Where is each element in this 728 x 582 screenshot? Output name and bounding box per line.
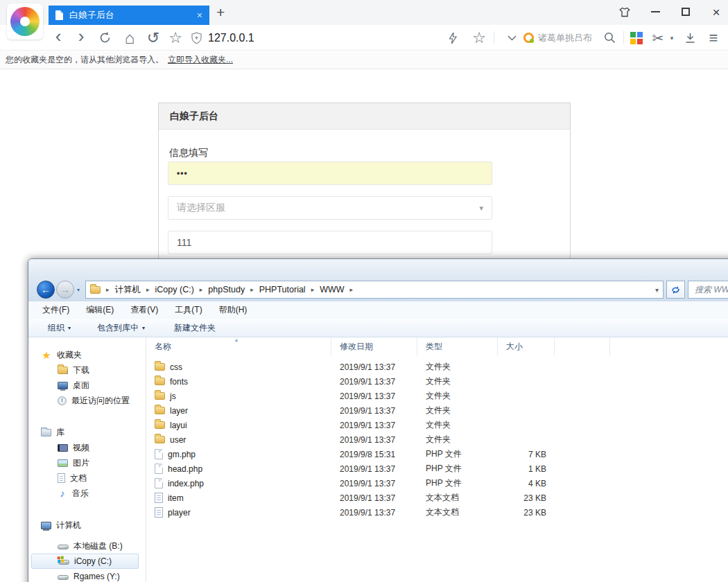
browser-logo[interactable]	[7, 3, 43, 39]
sidebar-item-music[interactable]: ♪ 音乐	[28, 486, 146, 501]
screenshot-scissors-icon[interactable]: ✂	[649, 25, 667, 51]
forward-icon[interactable]: ›	[73, 25, 89, 51]
password-field[interactable]: •••	[168, 161, 492, 185]
explorer-main: ★ 收藏夹 下载 桌面 最近访问的位置 库	[28, 337, 728, 582]
maximize-button[interactable]	[679, 6, 692, 18]
breadcrumb-drive[interactable]: iCopy (C:)	[155, 285, 194, 294]
server-select-placeholder: 请选择区服	[177, 202, 225, 214]
explorer-forward-button[interactable]: →	[56, 281, 74, 299]
sidebar-item-documents[interactable]: 文档	[28, 470, 146, 486]
tab-strip: 白娘子后台 × + ×	[0, 0, 728, 25]
breadcrumb-computer[interactable]: 计算机	[115, 284, 141, 296]
file-row-layui[interactable]: layui 2019/9/1 13:37 文件夹	[146, 418, 728, 432]
file-row-gm-php[interactable]: gm.php 2019/9/8 15:31 PHP 文件 7 KB	[146, 447, 728, 461]
menu-tools[interactable]: 工具(T)	[175, 304, 202, 316]
breadcrumb-phpstudy[interactable]: phpStudy	[208, 285, 245, 294]
favorite-star-icon[interactable]: ☆	[166, 25, 184, 51]
reload-icon[interactable]	[96, 25, 113, 51]
file-row-player[interactable]: player 2019/9/1 13:37 文本文档 23 KB	[146, 505, 728, 520]
scissors-caret-icon[interactable]: ▾	[667, 25, 677, 51]
sidebar-item-drive-b[interactable]: 本地磁盘 (B:)	[28, 538, 146, 554]
security-shield-icon[interactable]	[189, 25, 204, 51]
refresh-button[interactable]	[666, 281, 685, 299]
computer-icon	[41, 522, 51, 529]
file-row-index-php[interactable]: index.php 2019/9/1 13:37 PHP 文件 4 KB	[146, 476, 728, 491]
php-file-icon	[155, 464, 163, 474]
apps-grid-icon[interactable]	[630, 32, 643, 44]
file-row-user[interactable]: user 2019/9/1 13:37 文件夹	[146, 432, 728, 447]
breadcrumb-separator-icon: ▸	[146, 286, 150, 293]
home-icon[interactable]: ⌂	[121, 25, 139, 51]
folder-icon	[155, 363, 165, 371]
explorer-titlebar[interactable]	[28, 259, 728, 278]
address-breadcrumb-bar[interactable]: ▸ 计算机 ▸ iCopy (C:) ▸ phpStudy ▸ PHPTutor…	[85, 281, 664, 299]
file-row-head-php[interactable]: head.php 2019/9/1 13:37 PHP 文件 1 KB	[146, 461, 728, 476]
tab-close-icon[interactable]: ×	[197, 10, 202, 20]
tab-title: 白娘子后台	[69, 9, 197, 21]
new-folder-button[interactable]: 新建文件夹	[174, 322, 216, 334]
address-url[interactable]: 127.0.0.1	[208, 25, 254, 51]
menu-edit[interactable]: 编辑(E)	[86, 304, 114, 316]
search-engine-360-icon	[523, 33, 534, 43]
menu-hamburger-icon[interactable]: ≡	[704, 25, 722, 51]
server-select[interactable]: 请选择区服 ▾	[168, 196, 492, 220]
address-dropdown-caret-icon[interactable]: ▾	[655, 286, 659, 294]
file-row-js[interactable]: js 2019/9/1 13:37 文件夹	[146, 389, 728, 403]
sidebar-item-pictures[interactable]: 图片	[28, 455, 146, 470]
column-header-date[interactable]: 修改日期	[331, 337, 417, 355]
back-icon[interactable]: ‹	[50, 25, 67, 51]
chevron-down-icon[interactable]	[503, 25, 520, 51]
menu-help[interactable]: 帮助(H)	[219, 304, 248, 316]
file-list-header: ▴ 名称 修改日期 类型 大小	[146, 337, 728, 355]
lightning-icon[interactable]	[444, 25, 462, 51]
breadcrumb-phptutorial[interactable]: PHPTutorial	[259, 285, 306, 294]
minimize-button[interactable]	[649, 6, 661, 18]
organize-button[interactable]: 组织 ▾	[48, 322, 71, 334]
breadcrumb-separator-icon: ▸	[200, 286, 203, 293]
text-field[interactable]: 111	[168, 231, 492, 254]
sidebar-item-recent-places[interactable]: 最近访问的位置	[28, 393, 146, 408]
undo-icon[interactable]: ↺	[145, 25, 162, 51]
file-row-item[interactable]: item 2019/9/1 13:37 文本文档 23 KB	[146, 491, 728, 505]
form-title: 白娘子后台	[170, 110, 218, 123]
browser-toolbar: ‹ › ⌂ ↺ ☆ 127.0.0.1 ☆ 诸葛单挑吕布	[0, 25, 728, 51]
breadcrumb-www[interactable]: WWW	[320, 285, 344, 294]
column-header-name[interactable]: 名称	[146, 337, 331, 355]
history-caret-icon[interactable]: ▾	[77, 287, 80, 293]
include-in-library-button[interactable]: 包含到库中 ▾	[97, 322, 145, 334]
music-note-icon: ♪	[58, 488, 67, 498]
explorer-back-button[interactable]: ←	[37, 281, 55, 299]
sidebar-item-drive-y[interactable]: Rgames (Y:)	[28, 569, 146, 582]
column-header-type[interactable]: 类型	[417, 337, 498, 355]
organize-caret-icon: ▾	[68, 325, 71, 331]
column-header-size[interactable]: 大小	[498, 337, 555, 355]
bookmarks-empty-message: 您的收藏夹是空的，请从其他浏览器导入。	[6, 54, 164, 66]
import-bookmarks-link[interactable]: 立即导入收藏夹...	[168, 54, 233, 66]
sidebar-section-libraries[interactable]: 库	[28, 425, 146, 440]
new-tab-button[interactable]: +	[216, 5, 225, 20]
folder-icon	[90, 286, 101, 294]
search-magnifier-icon[interactable]	[600, 25, 618, 51]
file-row-fonts[interactable]: fonts 2019/9/1 13:37 文件夹	[146, 374, 728, 389]
videos-icon	[58, 444, 68, 452]
sidebar-item-desktop[interactable]: 桌面	[28, 378, 146, 393]
folder-icon	[155, 392, 165, 400]
recent-places-icon	[58, 396, 67, 405]
sidebar-item-drive-c-selected[interactable]: iCopy (C:)	[31, 554, 139, 569]
download-icon[interactable]	[681, 25, 699, 51]
sidebar-section-computer[interactable]: 计算机	[28, 518, 146, 533]
sidebar-item-downloads[interactable]: 下载	[28, 362, 146, 378]
form-section-label: 信息填写	[169, 147, 208, 159]
explorer-search-box[interactable]: 搜索 WWW	[688, 281, 728, 299]
sidebar-section-favorites[interactable]: ★ 收藏夹	[28, 347, 146, 362]
close-button[interactable]: ×	[710, 6, 722, 18]
explorer-address-row: ← → ▾ ▸ 计算机 ▸ iCopy (C:) ▸ phpStudy ▸ PH…	[28, 278, 728, 301]
theme-skin-icon[interactable]	[618, 6, 631, 18]
menu-file[interactable]: 文件(F)	[42, 304, 69, 316]
active-tab[interactable]: 白娘子后台 ×	[49, 6, 209, 25]
menu-view[interactable]: 查看(V)	[130, 304, 158, 316]
file-row-layer[interactable]: layer 2019/9/1 13:37 文件夹	[146, 403, 728, 418]
sidebar-item-videos[interactable]: 视频	[28, 440, 146, 455]
file-row-css[interactable]: css 2019/9/1 13:37 文件夹	[146, 360, 728, 374]
bookmark-star-icon[interactable]: ☆	[470, 25, 488, 51]
